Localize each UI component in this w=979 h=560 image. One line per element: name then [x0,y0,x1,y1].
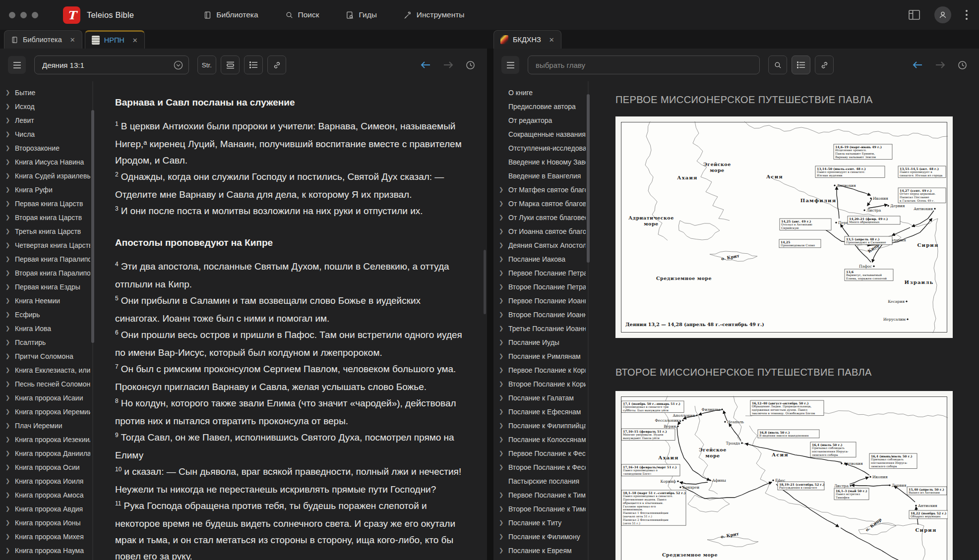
chevron-right-icon[interactable]: ❯ [5,436,10,443]
sidebar-item-book[interactable]: ❯Песнь песней Соломона [0,377,90,391]
back-icon[interactable] [912,60,923,69]
back-icon[interactable] [420,60,431,69]
pane-divider[interactable] [487,49,493,560]
close-icon[interactable]: ✕ [549,36,554,44]
chevron-right-icon[interactable]: ❯ [5,159,10,165]
chevron-right-icon[interactable]: ❯ [5,270,10,276]
chevron-right-icon[interactable]: ❯ [5,311,10,318]
chevron-right-icon[interactable]: ❯ [499,311,503,318]
sidebar-item-book[interactable]: ❯Книга пророка Авдия [0,502,90,516]
chevron-right-icon[interactable]: ❯ [5,422,10,429]
chevron-right-icon[interactable]: ❯ [499,422,503,429]
verse[interactable]: 3И они после поста и молитвы возложили н… [115,203,462,221]
chevron-right-icon[interactable]: ❯ [5,200,10,207]
sidebar-item-toc[interactable]: ❯Третье Послание Иоанна [493,322,586,336]
sidebar-item-toc[interactable]: ❯От Марка святое благовествование [493,197,586,211]
chevron-right-icon[interactable]: ❯ [5,325,10,332]
sidebar-item-book[interactable]: ❯Четвертая книга Царств [0,238,90,252]
toc-scrollbar[interactable] [586,81,591,560]
verse[interactable]: 2Однажды, когда они служили Господу и по… [115,168,462,203]
chevron-right-icon[interactable]: ❯ [5,547,10,554]
verse[interactable]: 11Рука Господа обращена против тебя, ты … [115,498,462,560]
sidebar-item-toc[interactable]: ❯От Матфея святое благовествование [493,183,586,197]
chevron-right-icon[interactable]: ❯ [499,394,503,401]
sidebar-item-book[interactable]: ❯Книга пророка Даниила [0,447,90,460]
sidebar-item-toc[interactable]: Отступления-исследования [493,141,586,155]
sidebar-item-book[interactable]: ❯Книга пророка Ионы [0,516,90,530]
sidebar-item-toc[interactable]: О книге [493,86,586,100]
tab-nrpn[interactable]: НРПН ✕ [85,30,145,49]
sidebar-item-book[interactable]: ❯Бытие [0,86,90,100]
layout-panels-icon[interactable] [908,9,920,20]
sidebar-item-toc[interactable]: ❯Первое Послание Петра [493,266,586,280]
outline-list-button[interactable] [244,56,263,74]
chevron-right-icon[interactable]: ❯ [499,283,503,290]
chevron-right-icon[interactable]: ❯ [5,519,10,526]
nav-tools[interactable]: Инструменты [404,10,465,19]
sidebar-item-toc[interactable]: ❯Послание к Галатам [493,391,586,405]
chevron-right-icon[interactable]: ❯ [5,256,10,262]
chevron-right-icon[interactable]: ❯ [499,505,503,512]
reference-input[interactable] [41,60,173,70]
chevron-right-icon[interactable]: ❯ [5,353,10,359]
sidebar-item-toc[interactable]: ❯Послание Иуды [493,336,586,349]
chevron-right-icon[interactable]: ❯ [5,408,10,415]
sidebar-item-book[interactable]: ❯Книга пророка Исаии [0,391,90,405]
chevron-right-icon[interactable]: ❯ [499,200,503,207]
sidebar-item-toc[interactable]: ❯Второе Послание Иоанна [493,308,586,322]
chevron-right-icon[interactable]: ❯ [499,533,503,540]
forward-icon[interactable] [443,60,454,69]
sidebar-item-toc[interactable]: ❯Послание к Римлянам [493,349,586,363]
interlinear-button[interactable] [221,56,240,74]
account-button[interactable] [934,6,951,23]
sidebar-item-book[interactable]: ❯Книга Иова [0,322,90,336]
sidebar-item-book[interactable]: ❯Левит [0,113,90,127]
sidebar-item-book[interactable]: ❯Книга пророка Осии [0,460,90,474]
chevron-right-icon[interactable]: ❯ [5,145,10,151]
chevron-down-circle-icon[interactable] [173,60,184,70]
sidebar-item-book[interactable]: ❯Книга пророка Иезекииля [0,433,90,447]
chapter-select-input[interactable] [535,60,754,70]
close-icon[interactable]: ✕ [132,37,138,44]
chevron-right-icon[interactable]: ❯ [499,367,503,373]
sidebar-item-toc[interactable]: ❯Второе Послание к Тимофею [493,502,586,516]
sidebar-item-toc[interactable]: ❯Второе Послание к Фессалоникийцам [493,460,586,474]
more-menu-icon[interactable] [965,9,968,21]
chevron-right-icon[interactable]: ❯ [499,297,503,304]
sidebar-item-toc[interactable]: ❯От Луки святое благовествование [493,211,586,224]
sidebar-item-book[interactable]: ❯Вторая книга Царств [0,211,90,224]
sidebar-item-book[interactable]: ❯Числа [0,127,90,141]
chevron-right-icon[interactable]: ❯ [5,450,10,456]
chevron-right-icon[interactable]: ❯ [5,242,10,248]
verse[interactable]: 8Но колдун, которого также звали Елима (… [115,395,462,429]
chevron-right-icon[interactable]: ❯ [499,408,503,415]
verse[interactable]: 9Тогда Савл, он же Павел, исполнившись С… [115,429,462,463]
book-menu-button[interactable] [501,56,519,74]
link-panes-button[interactable] [815,56,834,74]
sidebar-item-toc[interactable]: ❯Второе Послание к Коринфянам [493,377,586,391]
chevron-right-icon[interactable]: ❯ [499,214,503,221]
sidebar-item-toc[interactable]: От редактора [493,113,586,127]
chevron-right-icon[interactable]: ❯ [5,103,10,110]
sidebar-item-toc[interactable]: ❯Первое Послание к Фессалоникийцам [493,447,586,460]
history-clock-icon[interactable] [466,60,475,70]
sidebar-item-toc[interactable]: Пастырские послания [493,474,586,488]
sidebar-item-toc[interactable]: ❯Послание к Ефесянам [493,405,586,419]
sidebar-item-toc[interactable]: ❯Первое Послание к Коринфянам [493,363,586,377]
sidebar-item-book[interactable]: ❯Книга Екклезиаста, или Проповедника [0,363,90,377]
chevron-right-icon[interactable]: ❯ [5,339,10,345]
chevron-right-icon[interactable]: ❯ [5,283,10,290]
verse[interactable]: 7Он был с римским проконсулом Сергием Па… [115,361,462,395]
sidebar-item-book[interactable]: ❯Книга пророка Иеремии [0,405,90,419]
chevron-right-icon[interactable]: ❯ [5,186,10,193]
sidebar-item-book[interactable]: ❯Книга пророка Наума [0,544,90,558]
sidebar-item-toc[interactable]: ❯От Иоанна святое благовествование [493,224,586,238]
sidebar-item-book[interactable]: ❯Третья книга Царств [0,224,90,238]
sidebar-item-book[interactable]: ❯Книга пророка Михея [0,530,90,544]
chevron-right-icon[interactable]: ❯ [499,381,503,387]
sidebar-item-toc[interactable]: Введение в Евангелия [493,169,586,183]
nav-search[interactable]: Поиск [285,10,319,19]
sidebar-item-book[interactable]: ❯Притчи Соломона [0,349,90,363]
chevron-right-icon[interactable]: ❯ [5,533,10,540]
chevron-right-icon[interactable]: ❯ [499,186,503,193]
